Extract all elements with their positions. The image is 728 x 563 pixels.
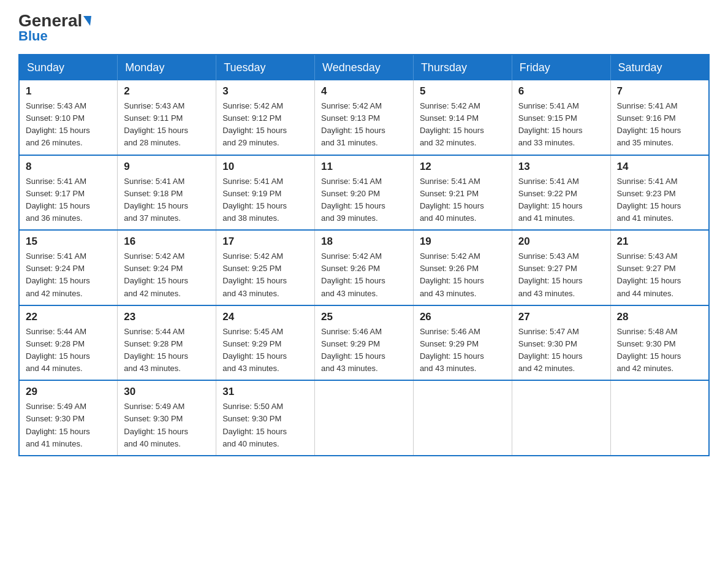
calendar-cell: 30 Sunrise: 5:49 AMSunset: 9:30 PMDaylig…	[118, 380, 216, 456]
page-header: General Blue	[18, 12, 710, 44]
day-number: 19	[420, 236, 506, 248]
day-info: Sunrise: 5:42 AMSunset: 9:26 PMDaylight:…	[321, 251, 385, 297]
day-info: Sunrise: 5:43 AMSunset: 9:27 PMDaylight:…	[617, 251, 681, 297]
day-number: 18	[321, 236, 407, 248]
day-info: Sunrise: 5:41 AMSunset: 9:20 PMDaylight:…	[321, 177, 385, 223]
day-number: 28	[617, 311, 702, 323]
day-number: 5	[420, 85, 506, 98]
day-number: 1	[26, 85, 111, 98]
day-info: Sunrise: 5:41 AMSunset: 9:17 PMDaylight:…	[26, 177, 90, 223]
calendar-header-thursday: Thursday	[413, 55, 512, 80]
calendar-header-sunday: Sunday	[19, 55, 118, 80]
calendar-cell: 4 Sunrise: 5:42 AMSunset: 9:13 PMDayligh…	[315, 80, 414, 155]
day-info: Sunrise: 5:44 AMSunset: 9:28 PMDaylight:…	[26, 327, 90, 373]
day-info: Sunrise: 5:42 AMSunset: 9:26 PMDaylight:…	[420, 251, 484, 297]
day-number: 27	[518, 311, 604, 323]
calendar-cell: 14 Sunrise: 5:41 AMSunset: 9:23 PMDaylig…	[610, 155, 709, 231]
calendar-cell: 13 Sunrise: 5:41 AMSunset: 9:22 PMDaylig…	[512, 155, 610, 231]
calendar-week-row: 22 Sunrise: 5:44 AMSunset: 9:28 PMDaylig…	[19, 305, 709, 381]
calendar-cell: 10 Sunrise: 5:41 AMSunset: 9:19 PMDaylig…	[216, 155, 315, 231]
day-info: Sunrise: 5:46 AMSunset: 9:29 PMDaylight:…	[420, 327, 484, 373]
day-info: Sunrise: 5:48 AMSunset: 9:30 PMDaylight:…	[617, 327, 681, 373]
logo: General Blue	[18, 12, 91, 44]
day-info: Sunrise: 5:43 AMSunset: 9:27 PMDaylight:…	[518, 251, 583, 297]
calendar-header-wednesday: Wednesday	[315, 55, 414, 80]
day-number: 23	[124, 311, 210, 323]
calendar-cell: 23 Sunrise: 5:44 AMSunset: 9:28 PMDaylig…	[118, 305, 216, 381]
day-info: Sunrise: 5:41 AMSunset: 9:24 PMDaylight:…	[26, 251, 90, 297]
day-info: Sunrise: 5:43 AMSunset: 9:10 PMDaylight:…	[26, 101, 90, 147]
calendar-cell: 2 Sunrise: 5:43 AMSunset: 9:11 PMDayligh…	[118, 80, 216, 155]
calendar-cell: 22 Sunrise: 5:44 AMSunset: 9:28 PMDaylig…	[19, 305, 118, 381]
day-info: Sunrise: 5:41 AMSunset: 9:21 PMDaylight:…	[420, 177, 484, 223]
day-number: 3	[222, 85, 308, 98]
calendar-header-row: SundayMondayTuesdayWednesdayThursdayFrid…	[19, 55, 709, 80]
calendar-cell	[315, 380, 414, 456]
calendar-cell: 29 Sunrise: 5:49 AMSunset: 9:30 PMDaylig…	[19, 380, 118, 456]
day-info: Sunrise: 5:41 AMSunset: 9:18 PMDaylight:…	[124, 177, 188, 223]
calendar-week-row: 15 Sunrise: 5:41 AMSunset: 9:24 PMDaylig…	[19, 230, 709, 305]
day-info: Sunrise: 5:41 AMSunset: 9:19 PMDaylight:…	[222, 177, 287, 223]
day-info: Sunrise: 5:44 AMSunset: 9:28 PMDaylight:…	[124, 327, 188, 373]
calendar-cell: 18 Sunrise: 5:42 AMSunset: 9:26 PMDaylig…	[315, 230, 414, 305]
calendar-cell: 27 Sunrise: 5:47 AMSunset: 9:30 PMDaylig…	[512, 305, 610, 381]
day-info: Sunrise: 5:42 AMSunset: 9:14 PMDaylight:…	[420, 101, 484, 147]
calendar-cell: 26 Sunrise: 5:46 AMSunset: 9:29 PMDaylig…	[413, 305, 512, 381]
calendar-cell: 16 Sunrise: 5:42 AMSunset: 9:24 PMDaylig…	[118, 230, 216, 305]
calendar-header-saturday: Saturday	[610, 55, 709, 80]
day-number: 12	[420, 161, 506, 173]
day-info: Sunrise: 5:41 AMSunset: 9:16 PMDaylight:…	[617, 101, 681, 147]
day-number: 15	[26, 236, 111, 248]
day-info: Sunrise: 5:43 AMSunset: 9:11 PMDaylight:…	[124, 101, 188, 147]
calendar-cell: 17 Sunrise: 5:42 AMSunset: 9:25 PMDaylig…	[216, 230, 315, 305]
calendar-cell: 11 Sunrise: 5:41 AMSunset: 9:20 PMDaylig…	[315, 155, 414, 231]
calendar-cell: 5 Sunrise: 5:42 AMSunset: 9:14 PMDayligh…	[413, 80, 512, 155]
calendar-cell: 6 Sunrise: 5:41 AMSunset: 9:15 PMDayligh…	[512, 80, 610, 155]
calendar-cell: 12 Sunrise: 5:41 AMSunset: 9:21 PMDaylig…	[413, 155, 512, 231]
calendar-cell: 9 Sunrise: 5:41 AMSunset: 9:18 PMDayligh…	[118, 155, 216, 231]
day-info: Sunrise: 5:41 AMSunset: 9:23 PMDaylight:…	[617, 177, 681, 223]
calendar-cell: 3 Sunrise: 5:42 AMSunset: 9:12 PMDayligh…	[216, 80, 315, 155]
day-number: 26	[420, 311, 506, 323]
day-info: Sunrise: 5:42 AMSunset: 9:12 PMDaylight:…	[222, 101, 287, 147]
day-number: 8	[26, 161, 111, 173]
day-number: 24	[222, 311, 308, 323]
logo-name: General	[18, 12, 91, 29]
day-info: Sunrise: 5:49 AMSunset: 9:30 PMDaylight:…	[124, 402, 188, 448]
calendar-cell: 21 Sunrise: 5:43 AMSunset: 9:27 PMDaylig…	[610, 230, 709, 305]
calendar-cell: 31 Sunrise: 5:50 AMSunset: 9:30 PMDaylig…	[216, 380, 315, 456]
logo-blue: Blue	[18, 28, 48, 44]
day-info: Sunrise: 5:47 AMSunset: 9:30 PMDaylight:…	[518, 327, 583, 373]
calendar-header-monday: Monday	[118, 55, 216, 80]
calendar-cell	[610, 380, 709, 456]
day-info: Sunrise: 5:42 AMSunset: 9:24 PMDaylight:…	[124, 251, 188, 297]
day-number: 6	[518, 85, 604, 98]
day-info: Sunrise: 5:42 AMSunset: 9:13 PMDaylight:…	[321, 101, 385, 147]
calendar-cell: 15 Sunrise: 5:41 AMSunset: 9:24 PMDaylig…	[19, 230, 118, 305]
day-number: 31	[222, 386, 308, 398]
day-number: 29	[26, 386, 111, 398]
calendar-week-row: 1 Sunrise: 5:43 AMSunset: 9:10 PMDayligh…	[19, 80, 709, 155]
calendar-cell: 28 Sunrise: 5:48 AMSunset: 9:30 PMDaylig…	[610, 305, 709, 381]
calendar-week-row: 29 Sunrise: 5:49 AMSunset: 9:30 PMDaylig…	[19, 380, 709, 456]
calendar-cell: 8 Sunrise: 5:41 AMSunset: 9:17 PMDayligh…	[19, 155, 118, 231]
calendar-cell: 25 Sunrise: 5:46 AMSunset: 9:29 PMDaylig…	[315, 305, 414, 381]
day-number: 13	[518, 161, 604, 173]
calendar-cell: 1 Sunrise: 5:43 AMSunset: 9:10 PMDayligh…	[19, 80, 118, 155]
day-number: 30	[124, 386, 210, 398]
calendar-table: SundayMondayTuesdayWednesdayThursdayFrid…	[18, 54, 710, 456]
calendar-week-row: 8 Sunrise: 5:41 AMSunset: 9:17 PMDayligh…	[19, 155, 709, 231]
day-info: Sunrise: 5:50 AMSunset: 9:30 PMDaylight:…	[222, 402, 287, 448]
day-number: 10	[222, 161, 308, 173]
day-number: 9	[124, 161, 210, 173]
day-number: 25	[321, 311, 407, 323]
day-info: Sunrise: 5:42 AMSunset: 9:25 PMDaylight:…	[222, 251, 287, 297]
day-info: Sunrise: 5:45 AMSunset: 9:29 PMDaylight:…	[222, 327, 287, 373]
day-number: 22	[26, 311, 111, 323]
day-number: 2	[124, 85, 210, 98]
day-number: 21	[617, 236, 702, 248]
day-number: 7	[617, 85, 702, 98]
calendar-cell: 24 Sunrise: 5:45 AMSunset: 9:29 PMDaylig…	[216, 305, 315, 381]
day-number: 16	[124, 236, 210, 248]
calendar-cell	[512, 380, 610, 456]
